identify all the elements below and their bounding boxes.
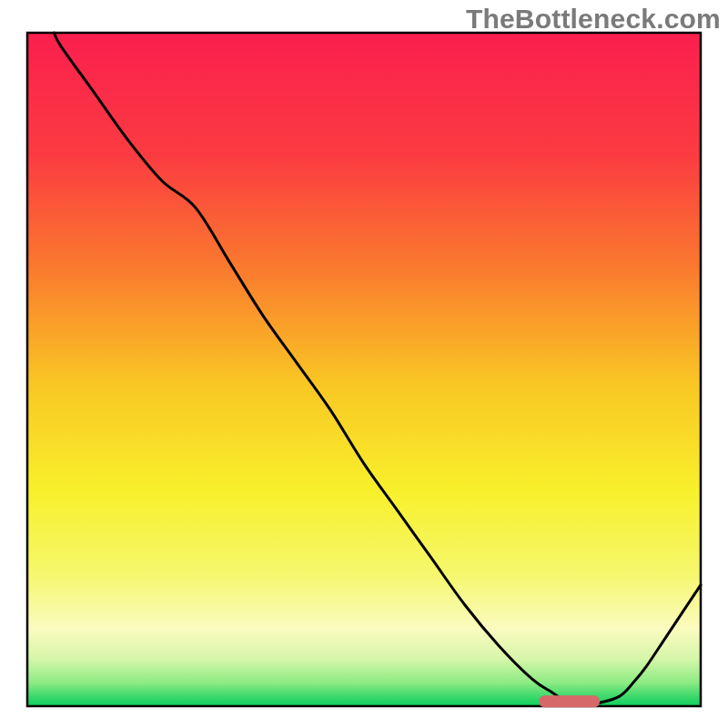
optimal-range-marker xyxy=(539,695,600,707)
watermark-text: TheBottleneck.com xyxy=(466,4,721,35)
chart-container: TheBottleneck.com xyxy=(0,0,728,728)
bottleneck-chart xyxy=(0,0,728,728)
gradient-background xyxy=(27,33,701,706)
